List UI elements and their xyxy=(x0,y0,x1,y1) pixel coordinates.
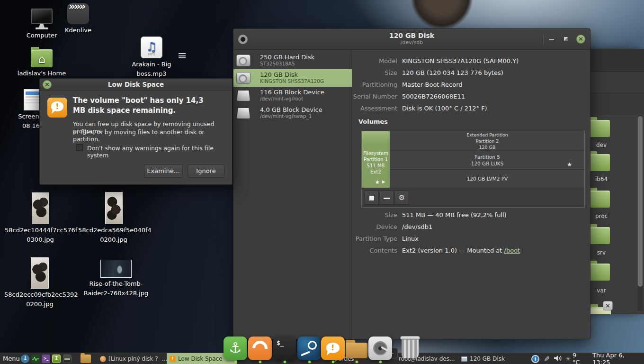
window-subtitle: /dev/sdb xyxy=(233,39,590,46)
block-device-icon xyxy=(237,91,250,101)
tablet-pen-tray-icon[interactable]: ✎ xyxy=(542,356,551,362)
unmount-button[interactable] xyxy=(364,191,379,205)
desktop-icon-label: 58cd2ec10444f7cc576f 0300.jpg xyxy=(5,226,76,244)
file-manager-window[interactable]: dev ib64 proc srv var × xyxy=(590,49,644,314)
warning-icon: ! xyxy=(47,98,67,118)
weather-sun-icon[interactable]: ☀ xyxy=(565,355,572,363)
desktop-icon-home[interactable]: ⌂ ladislav's Home xyxy=(13,49,70,78)
minimize-button[interactable] xyxy=(549,39,554,40)
dialog-heading: MB disk space remaining. xyxy=(73,106,176,115)
warning-task-icon: ! xyxy=(170,356,176,362)
files-launcher-icon[interactable] xyxy=(80,355,91,363)
anchor-app-icon[interactable]: ⚓ xyxy=(224,337,247,360)
low-disk-space-warning-icon[interactable]: ! xyxy=(321,337,345,360)
taskbar-task-disks[interactable]: 120 GB Disk xyxy=(458,353,508,364)
desktop-icon-label: Arakain - Big boss.mp3 xyxy=(116,60,187,78)
dialog-body-text: or files, or by moving files to another … xyxy=(73,128,232,143)
desktop-icon-label: 58cd2edca569f5e040f4 0200.jpg xyxy=(78,226,149,244)
desktop-icon-tombraider[interactable]: Rise-of-the-Tomb- Raider2-760x428.jpg xyxy=(80,260,152,298)
folder-icon[interactable] xyxy=(590,227,610,244)
delete-partition-button[interactable] xyxy=(379,191,394,205)
folder-icon[interactable] xyxy=(590,191,610,208)
system-monitor-icon[interactable] xyxy=(31,355,40,363)
file-manager-toolbar xyxy=(590,72,644,93)
folder-label: var xyxy=(590,287,615,294)
update-tray-icon[interactable]: ↧ xyxy=(52,355,61,363)
dialog-heading: The volume "boot" has only 14,3 xyxy=(73,96,204,105)
window-task-icon xyxy=(461,356,467,362)
terminal-icon[interactable]: $_ xyxy=(273,337,296,360)
dialog-titlebar[interactable]: × Low Disk Space xyxy=(40,79,232,91)
wallpaper-rock-formation xyxy=(411,0,473,29)
examine-button[interactable]: Examine… xyxy=(144,164,183,178)
mp3-file-icon: ♫ MP3 xyxy=(141,36,162,58)
titlebar-separator xyxy=(543,34,544,45)
show-desktop-icon[interactable] xyxy=(63,355,72,363)
boot-mount-link[interactable]: /boot xyxy=(504,247,520,254)
low-disk-space-dialog: × Low Disk Space ! The volume "boot" has… xyxy=(39,78,233,185)
temperature-readout[interactable]: 9 °C xyxy=(572,352,586,364)
download-arrow-icon[interactable]: ↓ xyxy=(21,355,29,363)
window-title: 120 GB Disk xyxy=(233,29,590,39)
disks-titlebar[interactable]: 120 GB Disk /dev/sdb × xyxy=(233,29,590,50)
disks-app-icon xyxy=(238,35,248,44)
folder-icon[interactable] xyxy=(590,154,610,171)
menu-hamburger-icon[interactable] xyxy=(179,53,186,58)
mounted-star-icon: ★ xyxy=(375,179,380,185)
taskbar-task-firefox[interactable]: [Linux plný disk ? -... xyxy=(97,353,170,364)
photo-thumbnail xyxy=(105,192,123,224)
desktop-icon-photo2[interactable]: 58cd2edca569f5e040f4 0200.jpg xyxy=(78,192,149,244)
device-list-item[interactable]: 116 GB Block Device /dev/mint-vg/root xyxy=(233,87,352,104)
detail-row: Device/dev/sdb1 xyxy=(352,221,432,233)
files-folder-icon[interactable] xyxy=(345,337,368,360)
running-indicator xyxy=(284,361,286,363)
folder-icon[interactable] xyxy=(590,120,610,137)
hard-disk-icon xyxy=(236,55,250,66)
block-device-icon xyxy=(237,108,250,118)
close-icon[interactable]: × xyxy=(603,301,613,310)
terminal-launcher-icon[interactable]: >_ xyxy=(42,355,50,363)
disks-device-list: 250 GB Hard Disk ST3250318AS 120 GB Disk… xyxy=(233,50,352,339)
volume-tray-icon[interactable] xyxy=(554,355,562,363)
desktop-icon-photo3[interactable]: 58cd2ecc09cfb2ec5392 0200.jpg xyxy=(4,257,75,309)
detail-row: Partition TypeLinux xyxy=(352,233,419,245)
maximize-button[interactable] xyxy=(564,37,568,41)
folder-label: ib64 xyxy=(590,176,615,182)
checkbox-label[interactable]: Don't show any warnings again for this f… xyxy=(87,145,232,159)
scrollbar-thumb[interactable] xyxy=(638,116,643,287)
dont-show-again-checkbox[interactable] xyxy=(76,144,83,151)
dialog-close-button[interactable]: × xyxy=(43,80,52,89)
menu-button[interactable]: Menu xyxy=(3,355,20,362)
volume-partition5-luks[interactable]: Partition 5 120 GB LUKS ★ xyxy=(390,151,584,170)
volume-partition1-block[interactable]: Filesystem Partition 1 511 MB Ext2 ★ ▶ xyxy=(362,131,390,188)
folder-label: srv xyxy=(590,249,615,256)
info-row: PartitioningMaster Boot Record xyxy=(352,79,463,91)
partition-options-button[interactable]: ⚙ xyxy=(394,191,409,205)
device-list-item[interactable]: 4,0 GB Block Device /dev/mint-vg/swap_1 xyxy=(233,104,352,122)
volume-extended-partition[interactable]: Extended Partition Partition 2 120 GB xyxy=(390,131,584,150)
desktop-icon-kdenlive[interactable]: »»» Kdenlive xyxy=(54,3,102,35)
clock[interactable]: Thu Apr 6, 13:25 xyxy=(592,352,644,364)
kdenlive-icon: »»» xyxy=(67,3,89,24)
firefox-icon[interactable] xyxy=(248,337,272,360)
update-manager-tray-icon[interactable]: i xyxy=(531,355,539,363)
desktop-icon-photo1[interactable]: 58cd2ec10444f7cc576f 0300.jpg xyxy=(5,192,76,244)
running-indicator xyxy=(379,361,382,363)
volume-lvm-pv[interactable]: 120 GB LVM2 PV xyxy=(390,170,584,188)
folder-icon[interactable] xyxy=(590,264,610,281)
trash-icon[interactable] xyxy=(400,336,420,359)
desktop-icon-mp3[interactable]: ♫ MP3 Arakain - Big boss.mp3 xyxy=(116,36,187,78)
ignore-button[interactable]: Ignore xyxy=(188,164,224,178)
file-manager-titlebar xyxy=(590,49,644,72)
device-list-item-selected[interactable]: 120 GB Disk KINGSTON SHSS37A120G xyxy=(233,69,352,87)
close-button[interactable]: × xyxy=(576,35,585,44)
steam-icon[interactable] xyxy=(297,337,321,360)
volumes-toolbar: ⚙ xyxy=(362,188,584,207)
running-indicator xyxy=(308,361,311,363)
disks-utility-icon[interactable] xyxy=(368,337,392,360)
device-list-item[interactable]: 250 GB Hard Disk ST3250318AS xyxy=(233,52,352,69)
photo-thumbnail xyxy=(100,260,132,278)
disks-main-panel: ModelKINGSTON SHSS37A120G (SAFM00.Y) Siz… xyxy=(352,50,590,339)
desktop-icon-label: 58cd2ecc09cfb2ec5392 0200.jpg xyxy=(4,290,75,309)
info-row: ModelKINGSTON SHSS37A120G (SAFM00.Y) xyxy=(352,55,519,67)
